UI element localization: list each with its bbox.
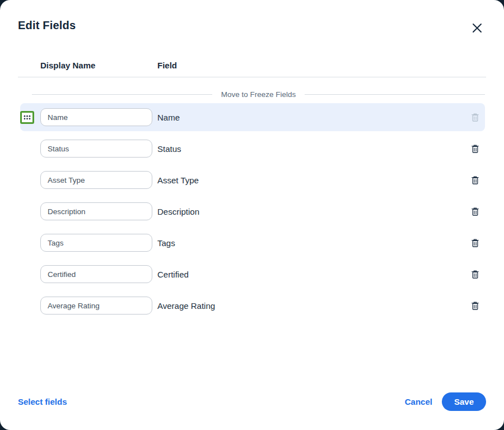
display-name-input[interactable] bbox=[40, 202, 152, 220]
delete-icon[interactable] bbox=[469, 269, 480, 280]
drag-handle-zone bbox=[20, 111, 40, 124]
field-label: Description bbox=[157, 207, 199, 216]
delete-icon[interactable] bbox=[469, 237, 480, 248]
field-label: Asset Type bbox=[157, 175, 199, 185]
page-title: Edit Fields bbox=[18, 19, 486, 32]
field-rows-list: Name Status bbox=[20, 103, 485, 323]
field-row: Average Rating bbox=[20, 292, 485, 320]
divider-line-right bbox=[305, 94, 485, 95]
field-row: Tags bbox=[20, 229, 485, 257]
freeze-fields-label: Move to Freeze Fields bbox=[221, 90, 296, 99]
delete-icon[interactable] bbox=[469, 300, 480, 311]
field-label: Name bbox=[157, 113, 180, 122]
select-fields-link[interactable]: Select fields bbox=[18, 397, 67, 406]
freeze-fields-divider: Move to Freeze Fields bbox=[32, 89, 485, 100]
display-name-input[interactable] bbox=[40, 297, 152, 315]
display-name-input[interactable] bbox=[40, 108, 152, 126]
field-label: Average Rating bbox=[157, 301, 215, 311]
modal-footer: Select fields Cancel Save bbox=[18, 392, 486, 411]
field-row: Asset Type bbox=[20, 166, 485, 194]
column-header-field: Field bbox=[157, 61, 177, 70]
field-label: Status bbox=[157, 144, 181, 154]
field-row: Name bbox=[20, 103, 485, 131]
field-row: Status bbox=[20, 135, 485, 163]
display-name-input[interactable] bbox=[40, 140, 152, 158]
edit-fields-modal: Edit Fields Display Name Field Move to F… bbox=[0, 0, 504, 430]
delete-icon[interactable] bbox=[469, 206, 480, 217]
delete-icon[interactable] bbox=[469, 112, 480, 123]
delete-icon[interactable] bbox=[469, 174, 480, 186]
field-row: Description bbox=[20, 197, 485, 225]
save-button[interactable]: Save bbox=[442, 392, 486, 411]
delete-icon[interactable] bbox=[469, 143, 480, 154]
field-row: Certified bbox=[20, 260, 485, 288]
display-name-input[interactable] bbox=[40, 265, 152, 283]
x-icon bbox=[472, 22, 483, 34]
modal-header: Edit Fields bbox=[18, 19, 486, 36]
divider-line-left bbox=[32, 94, 212, 95]
drag-handle-icon[interactable] bbox=[20, 111, 34, 124]
close-icon[interactable] bbox=[470, 21, 484, 35]
header-divider bbox=[18, 77, 486, 77]
column-header-display-name: Display Name bbox=[40, 61, 157, 70]
cancel-button[interactable]: Cancel bbox=[405, 397, 432, 406]
field-label: Tags bbox=[157, 238, 175, 248]
footer-actions: Cancel Save bbox=[405, 392, 486, 411]
display-name-input[interactable] bbox=[40, 171, 152, 189]
column-headers: Display Name Field bbox=[40, 61, 486, 70]
display-name-input[interactable] bbox=[40, 234, 152, 252]
field-label: Certified bbox=[157, 270, 189, 279]
